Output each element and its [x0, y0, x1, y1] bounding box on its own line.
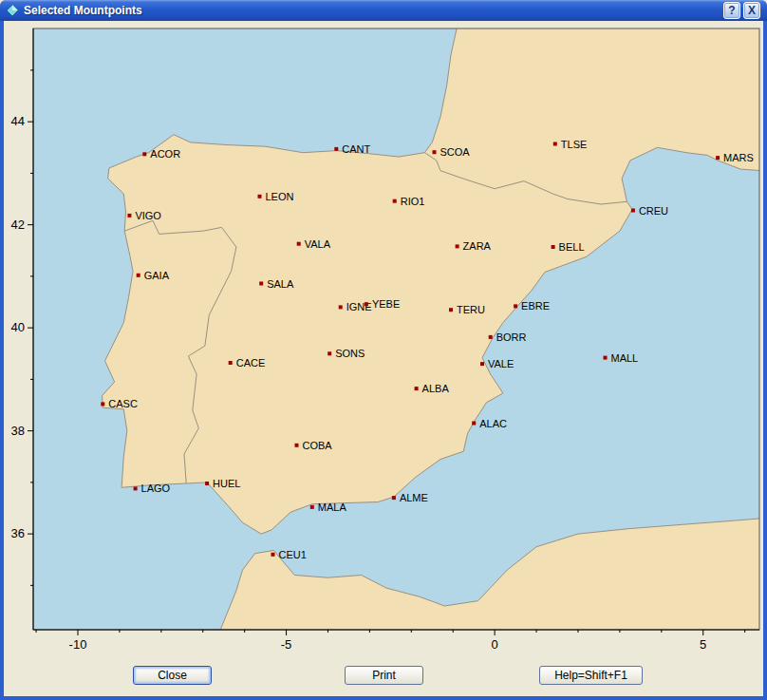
x-tick-label: -5: [281, 637, 292, 652]
station-label: SCOA: [440, 146, 471, 158]
station-label: EBRE: [521, 300, 550, 312]
help-titlebar-button[interactable]: ?: [723, 2, 740, 19]
station-label: CANT: [342, 143, 370, 155]
close-button[interactable]: Close: [133, 666, 212, 685]
station-marker[interactable]: [553, 142, 557, 146]
station-label: CASC: [108, 398, 138, 409]
help-shortcut-button[interactable]: Help=Shift+F1: [539, 666, 643, 685]
print-button[interactable]: Print: [345, 666, 423, 685]
y-tick-label: 38: [11, 424, 25, 438]
station-label: VALA: [305, 238, 331, 250]
titlebar-buttons: ? X: [723, 2, 760, 19]
dialog-window: Selected Mountpoints ? X ACORVIGOGAIACAS…: [0, 0, 767, 700]
station-marker[interactable]: [134, 486, 138, 490]
station-marker[interactable]: [334, 147, 338, 151]
station-label: LAGO: [141, 482, 171, 494]
close-window-button[interactable]: X: [743, 2, 760, 19]
station-marker[interactable]: [229, 361, 233, 365]
station-label: YEBE: [372, 298, 400, 310]
station-label: MALA: [318, 501, 347, 513]
station-marker[interactable]: [393, 199, 397, 203]
station-label: ACOR: [150, 148, 180, 160]
station-marker[interactable]: [258, 195, 262, 199]
station-label: ALBA: [422, 383, 450, 394]
station-marker[interactable]: [392, 496, 396, 500]
x-tick-label: 0: [492, 637, 498, 652]
mountpoints-diamond-icon: [6, 4, 19, 17]
station-label: MARS: [723, 152, 754, 163]
y-tick-label: 40: [11, 320, 25, 334]
station-label: ALME: [400, 492, 428, 503]
station-label: TERU: [457, 304, 485, 315]
dialog-content: ACORVIGOGAIACASCLAGOHUELCACESALALEONCANT…: [4, 21, 763, 696]
station-label: RIO1: [401, 196, 425, 207]
station-label: CREU: [639, 205, 668, 217]
station-label: ZARA: [463, 240, 492, 252]
station-marker[interactable]: [433, 150, 437, 154]
station-marker[interactable]: [489, 335, 493, 339]
station-marker[interactable]: [480, 362, 484, 366]
station-label: VALE: [488, 358, 514, 369]
station-marker[interactable]: [297, 242, 301, 246]
station-marker[interactable]: [205, 482, 209, 485]
station-marker[interactable]: [327, 351, 331, 355]
station-label: BORR: [496, 331, 527, 343]
station-label: HUEL: [213, 478, 240, 489]
station-marker[interactable]: [127, 214, 131, 218]
title-bar[interactable]: Selected Mountpoints ? X: [0, 0, 767, 21]
station-marker[interactable]: [456, 244, 459, 248]
x-tick-label: -10: [69, 637, 87, 652]
station-marker[interactable]: [631, 209, 635, 213]
window-title: Selected Mountpoints: [24, 4, 723, 17]
station-marker[interactable]: [472, 422, 476, 426]
station-label: LEON: [266, 191, 294, 202]
station-marker[interactable]: [415, 387, 419, 390]
station-label: ALAC: [479, 418, 507, 429]
station-label: MALL: [611, 352, 639, 364]
station-marker[interactable]: [310, 505, 314, 509]
station-label: VIGO: [135, 210, 161, 221]
y-tick-label: 42: [11, 218, 25, 232]
station-label: GAIA: [144, 270, 170, 281]
station-marker[interactable]: [137, 274, 140, 277]
station-label: SALA: [267, 278, 294, 290]
station-marker[interactable]: [449, 308, 453, 312]
station-marker[interactable]: [552, 245, 555, 249]
y-tick-label: 36: [11, 526, 25, 540]
station-marker[interactable]: [259, 282, 263, 286]
station-label: CACE: [236, 357, 266, 369]
station-marker[interactable]: [604, 356, 608, 360]
mountpoints-map: ACORVIGOGAIACASCLAGOHUELCACESALALEONCANT…: [4, 21, 763, 663]
station-label: BELL: [559, 241, 585, 253]
y-tick-label: 44: [11, 114, 25, 128]
station-label: SONS: [335, 348, 365, 359]
x-tick-label: 5: [700, 637, 706, 652]
station-marker[interactable]: [716, 156, 720, 160]
station-marker[interactable]: [365, 302, 368, 306]
station-marker[interactable]: [514, 304, 517, 308]
station-marker[interactable]: [339, 305, 343, 309]
station-marker[interactable]: [101, 402, 104, 406]
station-label: COBA: [303, 440, 333, 451]
station-label: CEU1: [279, 549, 307, 560]
station-label: TLSE: [561, 139, 588, 150]
station-marker[interactable]: [295, 444, 299, 447]
station-marker[interactable]: [142, 152, 146, 156]
station-marker[interactable]: [271, 553, 275, 557]
